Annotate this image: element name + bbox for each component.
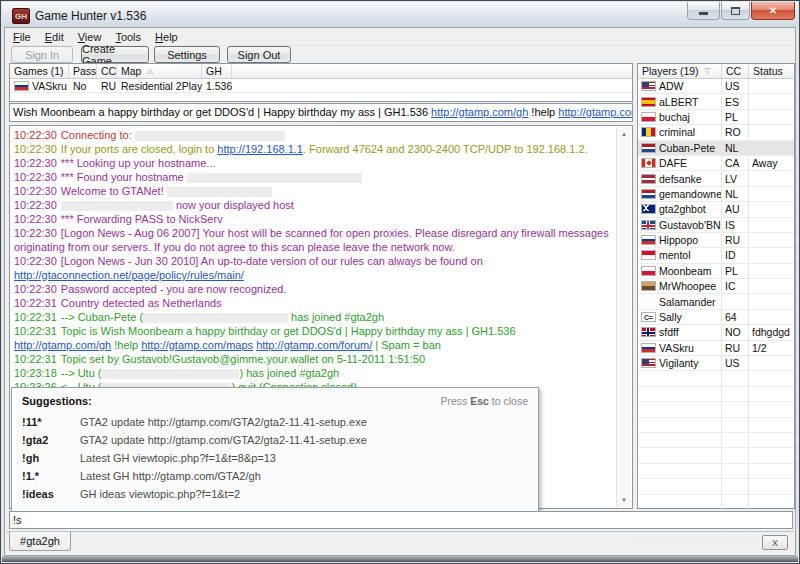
player-row[interactable]: MrWhoopeeIC (638, 279, 794, 294)
player-status-cell (749, 94, 794, 108)
close-tab-button[interactable]: X (762, 535, 788, 550)
player-name: defsanke (659, 173, 702, 185)
player-name-cell: gemandowned (638, 187, 722, 201)
chat-link[interactable]: http://gtamp.com/gh (14, 339, 111, 351)
topic-link[interactable]: http://gtamp.com/gh (431, 106, 528, 118)
suggestion-item[interactable]: !ghLatest GH viewtopic.php?f=1&t=8&p=13 (12, 449, 538, 467)
suggestion-item[interactable]: !gta2GTA2 update http://gtamp.com/GTA2/g… (12, 431, 538, 449)
player-cc-cell: NL (722, 141, 749, 155)
player-name-cell: MrWhoopee (638, 279, 722, 293)
chat-timestamp: 10:22:30 (14, 185, 57, 197)
chat-scrollbar[interactable]: ▲ ▼ (616, 127, 631, 507)
player-row[interactable]: aLBERTES (638, 94, 794, 109)
chat-link[interactable]: http://192.168.1.1 (217, 143, 303, 155)
flag-us-icon (641, 358, 656, 368)
player-status-cell (749, 294, 794, 308)
game-row[interactable]: VASkruNoRUResidential 2Player1.536 (10, 79, 632, 93)
empty-cell (638, 464, 722, 478)
player-row[interactable]: buchajPL (638, 110, 794, 125)
game-pass-cell: No (69, 80, 97, 92)
empty-cell (749, 371, 794, 385)
close-button[interactable]: ✕ (751, 2, 795, 20)
games-header-map[interactable]: Map△ (117, 64, 202, 78)
minimize-button[interactable] (687, 2, 720, 20)
settings-button[interactable]: Settings (154, 46, 220, 63)
players-header-name[interactable]: Players (19)▽ (638, 64, 722, 78)
player-row[interactable]: defsankeLV (638, 171, 794, 186)
tab-gta2gh[interactable]: #gta2gh (9, 532, 71, 551)
player-row[interactable]: Salamander (638, 294, 794, 309)
suggestion-command: !ideas (22, 487, 80, 502)
empty-cell (749, 418, 794, 432)
player-row[interactable]: VASkruRU1/2 (638, 341, 794, 356)
players-header-status[interactable]: Status (749, 64, 794, 78)
chat-link[interactable]: http://gtamp.com/forum/ (256, 339, 372, 351)
suggestion-item[interactable]: !1.*Latest GH http://gtamp.com/GTA2/gh (12, 467, 538, 485)
player-cc-cell: US (722, 79, 749, 93)
chat-text: *** Forwarding PASS to NickServ (61, 213, 223, 225)
player-row[interactable]: Gustavob'BNCIS (638, 218, 794, 233)
chat-link[interactable]: http://gtaconnection.net/page/policy/rul… (14, 269, 244, 281)
flag-id-icon (641, 250, 656, 260)
player-name: criminal (659, 126, 695, 138)
maximize-button[interactable] (721, 2, 750, 20)
player-name: Cuban-Pete (659, 142, 715, 154)
player-cc-cell: 64 (722, 310, 749, 324)
player-status-cell (749, 310, 794, 324)
chat-timestamp: 10:22:31 (14, 311, 57, 323)
player-cc-cell: CA (722, 156, 749, 170)
flag-ro-icon (641, 127, 656, 137)
player-row-empty (638, 371, 794, 386)
menu-item-file[interactable]: File (6, 30, 38, 44)
player-row[interactable]: criminalRO (638, 125, 794, 140)
sign-in-button[interactable]: Sign In (11, 46, 73, 63)
empty-cell (749, 448, 794, 462)
player-cc-cell: PL (722, 110, 749, 124)
scroll-down-icon[interactable]: ▼ (617, 494, 631, 506)
message-input[interactable] (9, 511, 793, 529)
empty-cell (722, 464, 749, 478)
player-name-cell: mentol (638, 248, 722, 262)
player-name-cell: C=Sally (638, 310, 722, 324)
empty-cell (722, 402, 749, 416)
player-row[interactable]: MoonbeamPL (638, 264, 794, 279)
chat-timestamp: 10:22:30 (14, 199, 57, 211)
player-row[interactable]: mentolID (638, 248, 794, 263)
players-header-cc[interactable]: CC (722, 64, 749, 78)
topic-link[interactable]: http://gtamp.com/maps (558, 106, 633, 118)
player-row[interactable]: C=Sally64 (638, 310, 794, 325)
player-row[interactable]: sfdffNOfdhgdgd (638, 325, 794, 340)
game-name-cell: VASkru (10, 80, 69, 92)
sign-out-button[interactable]: Sign Out (227, 46, 291, 63)
chat-timestamp: 10:22:31 (14, 297, 57, 309)
scroll-up-icon[interactable]: ▲ (617, 128, 631, 140)
chat-link[interactable]: http://gtamp.com/maps (141, 339, 253, 351)
player-name: Hippopo (659, 234, 698, 246)
games-header-cc[interactable]: CC (97, 64, 117, 78)
player-cc-cell: US (722, 356, 749, 370)
player-name: buchaj (659, 111, 690, 123)
player-row[interactable]: gemandownedNL (638, 187, 794, 202)
player-status-cell (749, 171, 794, 185)
menu-item-help[interactable]: Help (148, 30, 185, 44)
player-row[interactable]: gta2ghbotAU (638, 202, 794, 217)
suggestion-item[interactable]: !11*GTA2 update http://gtamp.com/GTA2/gt… (12, 413, 538, 431)
redacted-text (135, 131, 285, 141)
player-row[interactable]: HippopoRU (638, 233, 794, 248)
menu-item-edit[interactable]: Edit (38, 30, 71, 44)
games-header-pass[interactable]: Pass (69, 64, 97, 78)
games-header-gh[interactable]: GH (202, 64, 232, 78)
suggestion-description: Latest GH http://gtamp.com/GTA2/gh (80, 469, 261, 484)
games-header-name[interactable]: Games (1) (10, 64, 69, 78)
player-row[interactable]: DAFECAAway (638, 156, 794, 171)
chat-text: . Forward 47624 and 2300-2400 TCP/UDP to… (303, 143, 588, 155)
create-game-button[interactable]: Create Game (81, 46, 149, 63)
player-status-cell (749, 279, 794, 293)
player-row[interactable]: ADWUS (638, 79, 794, 94)
suggestion-item[interactable]: !ideasGH ideas viewtopic.php?f=1&t=2 (12, 485, 538, 503)
player-row[interactable]: Cuban-PeteNL (638, 141, 794, 156)
player-row[interactable]: VigilantyUS (638, 356, 794, 371)
chat-line: 10:22:30*** Looking up your hostname... (14, 156, 614, 170)
flag-ca-icon (641, 158, 656, 168)
chat-text: Topic is Wish Moonbeam a happy birthday … (61, 325, 516, 337)
